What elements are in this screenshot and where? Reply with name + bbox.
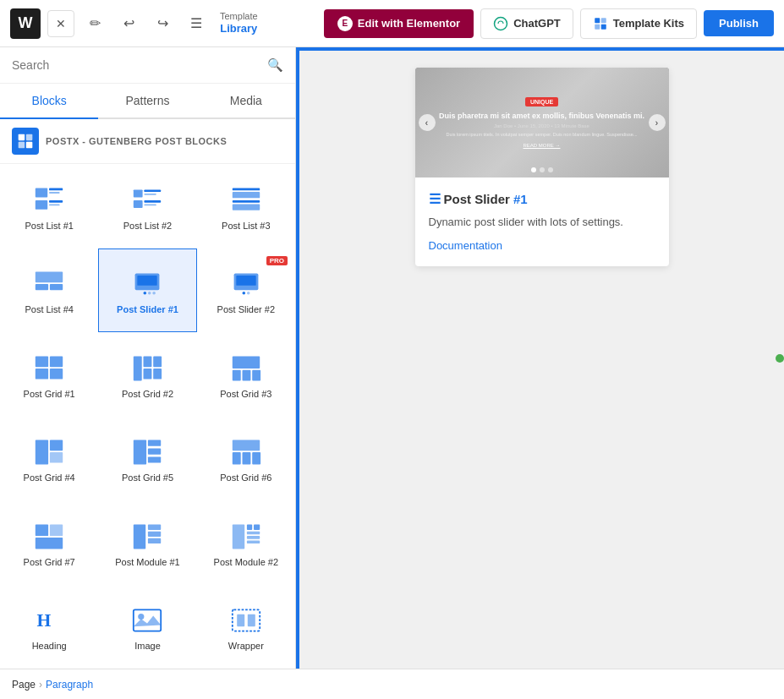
block-item-image[interactable]: Image [98,585,196,669]
block-item-post-module-2[interactable]: Post Module #2 [197,500,295,585]
pencil-button[interactable]: ✏ [81,10,108,37]
svg-rect-10 [49,188,63,190]
pro-badge: Pro [266,256,288,265]
svg-point-36 [247,292,250,295]
hamburger-button[interactable]: ☰ [183,10,210,37]
block-label: Post Slider #2 [217,304,275,314]
block-item-post-module-1[interactable]: Post Module #1 [98,500,196,585]
svg-point-35 [242,292,245,295]
block-item-post-grid-6[interactable]: Post Grid #6 [197,417,295,501]
redo-button[interactable]: ↪ [149,10,176,37]
block-item-heading[interactable]: H Heading [0,585,98,669]
svg-rect-73 [247,540,260,543]
svg-rect-69 [247,524,252,529]
preview-info: ☰ Post Slider #1 Dynamic post slider wit… [415,177,669,266]
tab-blocks[interactable]: Blocks [0,84,98,119]
template-library-label: Template Library [220,11,258,35]
slider-dots [531,167,553,172]
publish-button[interactable]: Publish [704,10,774,36]
block-item-post-list-4[interactable]: Post List #4 [0,248,98,333]
block-label: Heading [32,641,67,651]
tab-patterns[interactable]: Patterns [98,84,196,119]
chatgpt-icon [493,16,508,31]
svg-rect-1 [595,18,600,23]
svg-rect-2 [601,18,606,23]
blocks-grid: Post List #1 Post List #2 [0,164,295,669]
preview-image: UNIQUE Duis pharetra mi sit amet ex moll… [415,68,669,177]
svg-rect-9 [36,188,47,197]
edit-elementor-button[interactable]: E Edit with Elementor [324,9,474,38]
svg-rect-13 [49,200,63,203]
block-item-post-list-1[interactable]: Post List #1 [0,164,98,248]
slider-mock: UNIQUE Duis pharetra mi sit amet ex moll… [415,68,669,177]
undo-button[interactable]: ↩ [115,10,142,37]
svg-rect-23 [233,200,260,203]
svg-rect-17 [145,194,156,195]
block-label: Post List #1 [25,221,73,231]
block-item-post-slider-1[interactable]: Post Slider #1 [98,248,196,333]
wrapper-icon [231,605,261,636]
block-item-post-grid-4[interactable]: Post Grid #4 [0,417,98,501]
block-item-post-list-3[interactable]: Post List #3 [197,164,295,248]
svg-rect-64 [134,524,145,549]
post-list-2-icon [132,185,162,216]
slider-prev-button[interactable]: ‹ [419,114,436,131]
svg-rect-19 [145,200,162,203]
block-label: Post List #3 [222,221,270,231]
block-item-post-grid-2[interactable]: Post Grid #2 [98,332,196,417]
documentation-link[interactable]: Documentation [429,239,502,252]
svg-rect-14 [49,204,60,205]
template-kits-button[interactable]: Template Kits [580,8,697,39]
preview-title-number: #1 [513,192,528,206]
block-item-post-grid-5[interactable]: Post Grid #5 [98,417,196,501]
plugin-header: POSTX - GUTENBERG POST BLOCKS [0,119,295,164]
svg-rect-3 [595,24,600,29]
breadcrumb-paragraph[interactable]: Paragraph [46,679,93,691]
block-item-post-grid-7[interactable]: Post Grid #7 [0,500,98,585]
chatgpt-button[interactable]: ChatGPT [480,8,573,39]
close-button[interactable]: ✕ [47,10,74,37]
svg-rect-79 [248,614,255,626]
post-grid-7-icon [34,522,64,552]
block-item-post-grid-3[interactable]: Post Grid #3 [197,332,295,417]
post-grid-4-icon [34,437,64,467]
svg-rect-22 [233,192,260,198]
svg-rect-49 [252,370,260,381]
tabs: Blocks Patterns Media [0,84,295,119]
svg-rect-52 [50,452,63,463]
breadcrumb-page[interactable]: Page [12,679,36,691]
close-icon: ✕ [56,17,66,30]
block-item-wrapper[interactable]: Wrapper [197,585,295,669]
svg-rect-68 [233,524,244,549]
svg-rect-65 [148,524,161,529]
block-item-post-slider-2[interactable]: Pro Post Slider #2 [197,248,295,333]
block-item-post-grid-1[interactable]: Post Grid #1 [0,332,98,417]
post-slider-2-icon [231,269,261,299]
svg-rect-6 [26,134,33,141]
svg-rect-11 [49,192,60,194]
svg-rect-25 [36,272,63,283]
svg-point-31 [148,292,151,295]
post-grid-6-icon [231,437,261,467]
svg-rect-57 [233,440,260,451]
post-grid-2-icon [132,353,162,384]
tab-media[interactable]: Media [197,84,295,119]
svg-rect-38 [50,356,63,367]
search-input[interactable] [12,58,260,72]
post-grid-1-icon [34,353,64,384]
block-item-post-list-2[interactable]: Post List #2 [98,164,196,248]
sidebar: 🔍 Blocks Patterns Media [0,47,296,669]
svg-point-32 [153,292,156,295]
block-label: Post Grid #7 [24,557,75,567]
svg-rect-48 [242,370,250,381]
svg-rect-16 [145,189,162,192]
search-button[interactable]: 🔍 [267,57,283,73]
svg-rect-43 [154,356,162,367]
svg-rect-63 [36,538,63,549]
svg-rect-42 [144,356,152,367]
slider-next-button[interactable]: › [649,114,666,131]
svg-rect-51 [50,440,63,451]
preview-area: UNIQUE Duis pharetra mi sit amet ex moll… [299,51,784,283]
block-label: Post List #2 [123,221,172,231]
block-label: Wrapper [228,641,264,651]
